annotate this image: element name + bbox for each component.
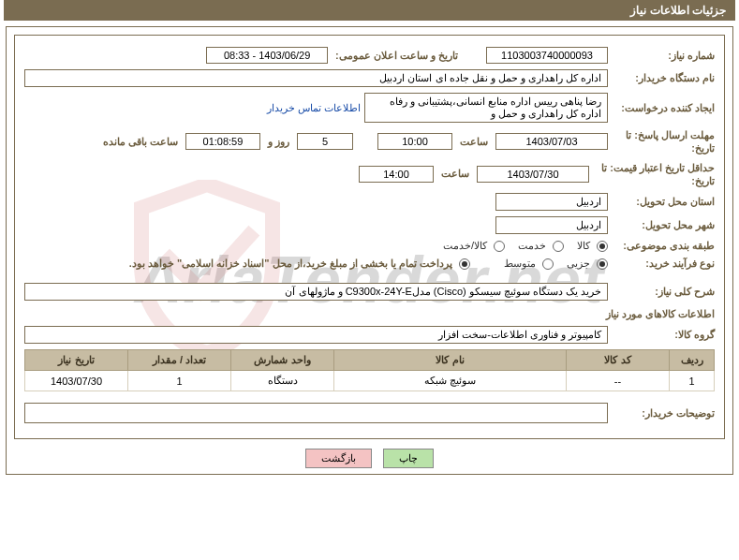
field-need-no: 1103003740000093 — [486, 47, 608, 64]
th-row: ردیف — [670, 350, 715, 371]
checkbox-payment[interactable] — [459, 258, 470, 270]
field-remain-days: 5 — [297, 133, 353, 150]
row-need-no: شماره نیاز: 1103003740000093 تاریخ و ساع… — [24, 47, 715, 64]
row-buyer-name: نام دستگاه خریدار: اداره کل راهداری و حم… — [24, 69, 715, 87]
radio-group-buy-type: جزیی متوسط — [495, 258, 608, 270]
row-city: شهر محل تحویل: اردبیل — [24, 216, 715, 234]
label-deadline-l2: تاریخ: — [617, 141, 715, 155]
row-desc: شرح کلی نیاز: خرید یک دستگاه سوئیچ سیسکو… — [24, 283, 715, 301]
field-buyer-name: اداره کل راهداری و حمل و نقل جاده ای است… — [24, 69, 608, 87]
button-row: چاپ بازگشت — [7, 449, 732, 468]
field-buyer-notes — [24, 403, 608, 423]
print-button[interactable]: چاپ — [383, 449, 434, 468]
th-code: کد کالا — [567, 350, 670, 371]
label-city: شهر محل تحویل: — [612, 219, 715, 231]
radio-label-service: خدمت — [509, 240, 546, 252]
radio-partial[interactable] — [597, 258, 608, 270]
field-announce-dt: 1403/06/29 - 08:33 — [206, 47, 328, 64]
label-desc: شرح کلی نیاز: — [612, 286, 715, 298]
field-desc: خرید یک دستگاه سوئیچ سیسکو (Cisco) مدلC9… — [24, 283, 608, 301]
radio-both[interactable] — [494, 241, 505, 252]
back-button[interactable]: بازگشت — [305, 449, 372, 468]
radio-goods[interactable] — [597, 241, 608, 252]
label-need-no: شماره نیاز: — [612, 50, 715, 62]
label-requester: ایجاد کننده درخواست: — [612, 102, 715, 114]
items-table: ردیف کد کالا نام کالا واحد شمارش تعداد /… — [24, 349, 715, 391]
th-qty: تعداد / مقدار — [128, 350, 231, 371]
td-unit: دستگاه — [231, 371, 334, 391]
field-validity-date: 1403/07/30 — [477, 166, 589, 183]
row-province: استان محل تحویل: اردبیل — [24, 193, 715, 211]
radio-label-medium: متوسط — [495, 258, 536, 270]
section-items-info: اطلاعات کالاهای مورد نیاز — [24, 308, 715, 320]
row-buy-type: نوع فرآیند خرید: جزیی متوسط پرداخت تمام … — [24, 258, 715, 270]
td-name: سوئیچ شبکه — [334, 371, 567, 391]
field-group: کامپیوتر و فناوری اطلاعات-سخت افزار — [24, 326, 608, 344]
details-panel: شماره نیاز: 1103003740000093 تاریخ و ساع… — [14, 35, 725, 439]
label-province: استان محل تحویل: — [612, 196, 715, 208]
td-row: 1 — [670, 371, 715, 391]
td-code: -- — [567, 371, 670, 391]
field-remain-time: 01:08:59 — [185, 133, 260, 150]
label-group: گروه کالا: — [612, 329, 715, 341]
label-time-1: ساعت — [456, 136, 492, 148]
payment-note: پرداخت تمام یا بخشی از مبلغ خرید،از محل … — [24, 258, 452, 270]
radio-label-both: کالا/خدمت — [434, 240, 487, 252]
label-time-2: ساعت — [437, 168, 473, 180]
field-deadline-time: 10:00 — [377, 133, 452, 150]
field-deadline-date: 1403/07/03 — [495, 133, 608, 150]
th-name: نام کالا — [334, 350, 567, 371]
label-validity-l2: تاریخ: — [599, 174, 715, 187]
label-remain: ساعت باقی مانده — [99, 136, 182, 148]
label-buyer-notes: توضیحات خریدار: — [612, 407, 715, 420]
field-city: اردبیل — [495, 216, 608, 234]
label-buyer-name: نام دستگاه خریدار: — [612, 72, 715, 84]
link-buyer-contact[interactable]: اطلاعات تماس خریدار — [267, 102, 361, 114]
table-row: 1 -- سوئیچ شبکه دستگاه 1 1403/07/30 — [25, 371, 715, 391]
row-category: طبقه بندی موضوعی: کالا خدمت کالا/خدمت — [24, 240, 715, 252]
row-group: گروه کالا: کامپیوتر و فناوری اطلاعات-سخت… — [24, 326, 715, 344]
td-need-date: 1403/07/30 — [25, 371, 128, 391]
panel-header: جزئیات اطلاعات نیاز — [4, 0, 735, 21]
label-buy-type: نوع فرآیند خرید: — [612, 258, 715, 270]
row-deadline: مهلت ارسال پاسخ: تا تاریخ: 1403/07/03 سا… — [24, 128, 715, 155]
row-buyer-notes: توضیحات خریدار: — [24, 403, 715, 423]
label-validity-l1: حداقل تاریخ اعتبار قیمت: تا — [599, 161, 715, 174]
table-header-row: ردیف کد کالا نام کالا واحد شمارش تعداد /… — [25, 350, 715, 371]
radio-group-category: کالا خدمت کالا/خدمت — [434, 240, 608, 252]
label-days-and: روز و — [264, 136, 293, 148]
label-deadline: مهلت ارسال پاسخ: تا تاریخ: — [612, 128, 715, 155]
label-announce-dt: تاریخ و ساعت اعلان عمومی: — [332, 50, 462, 62]
radio-label-goods: کالا — [568, 240, 590, 252]
field-requester: رضا پناهی رییس اداره منابع انسانی،پشتیبا… — [364, 93, 608, 123]
field-validity-time: 14:00 — [359, 166, 434, 183]
th-need-date: تاریخ نیاز — [25, 350, 128, 371]
radio-service[interactable] — [553, 241, 564, 252]
field-province: اردبیل — [495, 193, 608, 211]
td-qty: 1 — [128, 371, 231, 391]
row-requester: ایجاد کننده درخواست: رضا پناهی رییس ادار… — [24, 93, 715, 123]
row-validity: حداقل تاریخ اعتبار قیمت: تا تاریخ: 1403/… — [24, 161, 715, 188]
radio-medium[interactable] — [542, 258, 554, 270]
label-deadline-l1: مهلت ارسال پاسخ: تا — [617, 128, 715, 141]
label-validity: حداقل تاریخ اعتبار قیمت: تا تاریخ: — [593, 161, 715, 188]
outer-border: شماره نیاز: 1103003740000093 تاریخ و ساع… — [6, 26, 733, 475]
th-unit: واحد شمارش — [231, 350, 334, 371]
radio-label-partial: جزیی — [557, 258, 590, 270]
label-category: طبقه بندی موضوعی: — [612, 240, 715, 252]
